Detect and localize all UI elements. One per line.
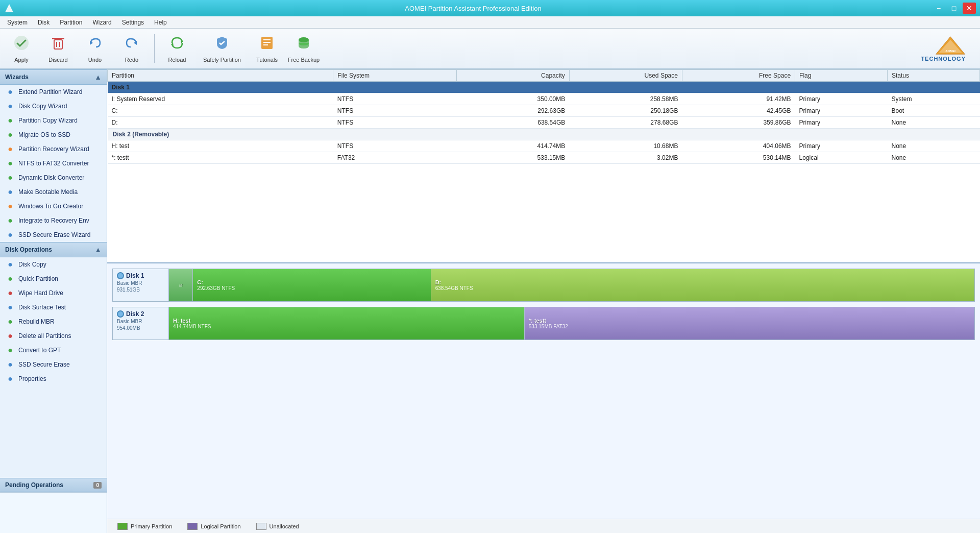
sidebar-item-disk-copy-wizard[interactable]: ● Disk Copy Wizard — [0, 99, 107, 113]
legend-primary: Primary Partition — [117, 523, 172, 530]
integrate-recovery-label: Integrate to Recovery Env — [18, 217, 89, 224]
table-row[interactable]: I: System Reserved NTFS 350.00MB 258.58M… — [108, 93, 980, 105]
col-status: Status — [888, 70, 980, 82]
d-drive-sub: 638.54GB NTFS — [435, 285, 970, 291]
disk1-sys-reserved-bar[interactable]: I: — [169, 269, 193, 301]
safely-partition-button[interactable]: Safely Partition — [197, 31, 248, 66]
partition-used: 10.68MB — [569, 140, 682, 152]
partition-used: 250.18GB — [569, 105, 682, 117]
pending-operations-section: Pending Operations 0 — [0, 478, 107, 533]
aomei-logo-graphic: AOMEI — [935, 35, 966, 56]
sidebar-item-disk-copy[interactable]: ● Disk Copy — [0, 257, 107, 272]
make-bootable-label: Make Bootable Media — [18, 188, 78, 196]
legend-unallocated-box — [256, 523, 266, 530]
sidebar-item-rebuild-mbr[interactable]: ● Rebuild MBR — [0, 314, 107, 329]
testt-label: *: testt — [529, 318, 970, 324]
partition-name: D: — [108, 117, 333, 129]
disk-copy-wizard-icon: ● — [5, 102, 15, 111]
toolbar-separator-1 — [154, 34, 155, 63]
undo-button[interactable]: Undo — [78, 31, 112, 66]
minimize-button[interactable]: − — [932, 3, 945, 14]
disk-operations-toggle[interactable]: ▲ — [94, 246, 102, 254]
legend-logical: Logical Partition — [187, 523, 240, 530]
menu-disk[interactable]: Disk — [33, 18, 55, 27]
undo-icon — [87, 35, 103, 55]
partition-used: 278.68GB — [569, 117, 682, 129]
disk1-partitions-visual: I: C: 292.63GB NTFS D: 638.54GB NTFS — [169, 269, 974, 301]
content-area: Partition File System Capacity Used Spac… — [107, 69, 980, 533]
disk1-circle — [117, 272, 124, 279]
disk2-testt-bar[interactable]: *: testt 533.15MB FAT32 — [525, 307, 974, 340]
wizards-label: Wizards — [5, 74, 29, 81]
disk1-d-drive-bar[interactable]: D: 638.54GB NTFS — [431, 269, 974, 301]
menu-partition[interactable]: Partition — [55, 18, 87, 27]
sidebar-item-wipe-hard-drive[interactable]: ● Wipe Hard Drive — [0, 286, 107, 300]
disk1-name: Disk 1 — [117, 272, 164, 279]
discard-button[interactable]: Discard — [41, 31, 76, 66]
free-backup-button[interactable]: Free Backup — [286, 31, 321, 66]
partition-flag: Primary — [795, 105, 888, 117]
menu-settings[interactable]: Settings — [117, 18, 149, 27]
reload-button[interactable]: Reload — [160, 31, 194, 66]
sidebar-item-ntfs-fat32-converter[interactable]: ● NTFS to FAT32 Converter — [0, 156, 107, 171]
sidebar-item-extend-partition-wizard[interactable]: ● Extend Partition Wizard — [0, 85, 107, 99]
disk2-header-cell: Disk 2 (Removable) — [108, 129, 980, 140]
sidebar-item-delete-all-partitions[interactable]: ● Delete all Partitions — [0, 329, 107, 343]
sidebar-item-migrate-os-to-ssd[interactable]: ● Migrate OS to SSD — [0, 128, 107, 142]
sidebar-item-integrate-recovery-env[interactable]: ● Integrate to Recovery Env — [0, 213, 107, 228]
sidebar-item-partition-recovery-wizard[interactable]: ● Partition Recovery Wizard — [0, 142, 107, 156]
tutorials-button[interactable]: Tutorials — [250, 31, 284, 66]
app-icon — [4, 3, 14, 13]
sidebar-item-properties[interactable]: ● Properties — [0, 372, 107, 386]
partition-free: 404.06MB — [682, 140, 795, 152]
table-row[interactable]: C: NTFS 292.63GB 250.18GB 42.45GB Primar… — [108, 105, 980, 117]
redo-button[interactable]: Redo — [114, 31, 149, 66]
sidebar-item-ssd-secure-erase-wizard[interactable]: ● SSD Secure Erase Wizard — [0, 228, 107, 242]
table-row[interactable]: D: NTFS 638.54GB 278.68GB 359.86GB Prima… — [108, 117, 980, 129]
col-capacity: Capacity — [456, 70, 569, 82]
ntfs-fat32-label: NTFS to FAT32 Converter — [18, 160, 89, 167]
close-button[interactable]: ✕ — [963, 3, 976, 14]
sidebar-item-disk-surface-test[interactable]: ● Disk Surface Test — [0, 300, 107, 314]
svg-marker-0 — [5, 4, 13, 12]
undo-label: Undo — [88, 57, 102, 63]
legend-unallocated-label: Unallocated — [270, 523, 299, 529]
wizards-toggle[interactable]: ▲ — [94, 73, 102, 81]
maximize-button[interactable]: □ — [947, 3, 961, 14]
sidebar-item-make-bootable-media[interactable]: ● Make Bootable Media — [0, 185, 107, 199]
tutorials-icon — [259, 35, 275, 55]
table-row[interactable]: H: test NTFS 414.74MB 10.68MB 404.06MB P… — [108, 140, 980, 152]
menu-wizard[interactable]: Wizard — [87, 18, 116, 27]
menu-system[interactable]: System — [2, 18, 33, 27]
sidebar-item-quick-partition[interactable]: ● Quick Partition — [0, 272, 107, 286]
table-row[interactable]: *: testt FAT32 533.15MB 3.02MB 530.14MB … — [108, 152, 980, 164]
sidebar-item-windows-to-go-creator[interactable]: ● Windows To Go Creator — [0, 199, 107, 213]
sidebar-item-ssd-secure-erase[interactable]: ● SSD Secure Erase — [0, 357, 107, 372]
partition-free: 42.45GB — [682, 105, 795, 117]
reload-icon — [169, 35, 185, 55]
partition-capacity: 533.15MB — [456, 152, 569, 164]
disk2-name: Disk 2 — [117, 310, 164, 318]
c-drive-label: C: — [197, 279, 426, 285]
col-free-space: Free Space — [682, 70, 795, 82]
pending-operations-area — [0, 492, 107, 533]
partition-fs: NTFS — [333, 117, 456, 129]
free-backup-label: Free Backup — [288, 57, 320, 63]
sidebar-item-convert-to-gpt[interactable]: ● Convert to GPT — [0, 343, 107, 357]
svg-text:AOMEI: AOMEI — [945, 50, 955, 53]
c-drive-sub: 292.63GB NTFS — [197, 285, 426, 291]
apply-button[interactable]: Apply — [4, 31, 39, 66]
d-drive-label: D: — [435, 279, 970, 285]
tutorials-label: Tutorials — [256, 57, 278, 63]
quick-partition-label: Quick Partition — [18, 275, 58, 282]
menu-help[interactable]: Help — [149, 18, 172, 27]
apply-label: Apply — [14, 57, 29, 63]
sidebar-item-partition-copy-wizard[interactable]: ● Partition Copy Wizard — [0, 113, 107, 128]
sidebar-item-dynamic-disk-converter[interactable]: ● Dynamic Disk Converter — [0, 171, 107, 185]
disk-operations-label: Disk Operations — [5, 246, 52, 253]
wipe-hard-drive-label: Wipe Hard Drive — [18, 289, 63, 297]
disk2-h-test-bar[interactable]: H: test 414.74MB NTFS — [169, 307, 525, 340]
disk1-c-drive-bar[interactable]: C: 292.63GB NTFS — [193, 269, 431, 301]
partition-fs: NTFS — [333, 105, 456, 117]
wizards-section-header: Wizards ▲ — [0, 69, 107, 85]
